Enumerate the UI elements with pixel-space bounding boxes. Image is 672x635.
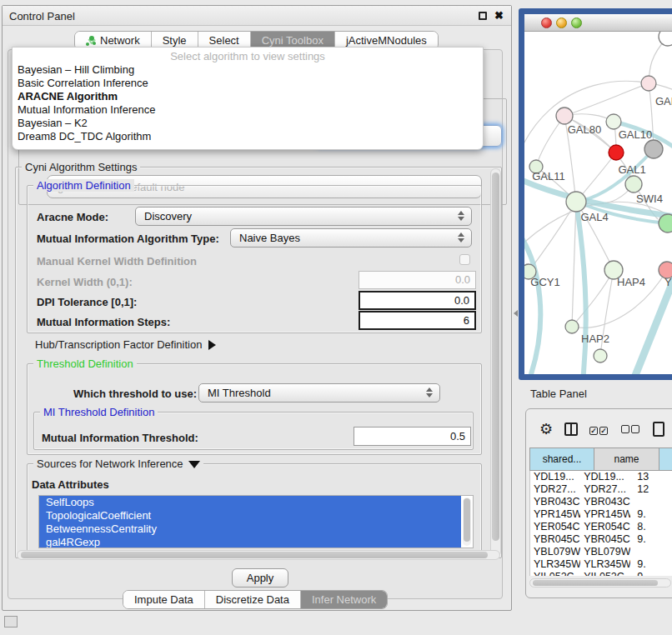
manual-kernel-width-label: Manual Kernel Width Definition: [37, 255, 197, 268]
network-node[interactable]: [659, 32, 672, 46]
hub-definition-label: Hub/Transcription Factor Definition: [35, 338, 202, 351]
minimized-panel-icon[interactable]: [4, 616, 18, 628]
network-node[interactable]: [594, 349, 607, 362]
column-header-name[interactable]: name: [594, 448, 659, 471]
network-node-gal4[interactable]: [566, 192, 586, 212]
list-item[interactable]: TopologicalCoefficient: [39, 509, 461, 522]
network-edge: [524, 232, 540, 374]
network-node[interactable]: [644, 140, 663, 158]
table-cell: YIL052C: [580, 571, 630, 576]
data-attributes-label: Data Attributes: [32, 478, 109, 491]
mi-steps-label: Mutual Information Steps:: [37, 316, 170, 328]
network-node-label: GAL80: [568, 123, 601, 136]
kernel-width-field[interactable]: 0.0: [359, 271, 476, 289]
table-horizontal-scrollbar[interactable]: [529, 578, 671, 588]
aracne-mode-combobox[interactable]: Discovery: [135, 207, 472, 226]
export-table-icon[interactable]: [653, 422, 664, 437]
combo-arrows-icon: [458, 232, 464, 242]
network-node-hap2[interactable]: [565, 320, 579, 333]
mac-minimize-icon[interactable]: [556, 18, 567, 28]
table-row[interactable]: YLR345WYLR345W9.: [530, 558, 672, 571]
dropdown-item[interactable]: Mutual Information Inference: [13, 103, 483, 117]
list-item[interactable]: gal4RGexp: [39, 536, 461, 548]
bottom-tab-discretize-data[interactable]: Discretize Data: [205, 591, 301, 608]
dropdown-item[interactable]: Bayesian – Hill Climbing: [13, 63, 483, 77]
table-cell: YPR145W: [580, 508, 630, 521]
column-header-shared[interactable]: shared...: [529, 448, 594, 471]
column-header-a[interactable]: A: [659, 448, 672, 471]
hub-definition-toggle[interactable]: Hub/Transcription Factor Definition: [35, 338, 216, 351]
dropdown-item[interactable]: ARACNE Algorithm: [13, 90, 483, 103]
table-row[interactable]: YBL079WYBL079W: [530, 546, 672, 558]
tab-label: Select: [209, 34, 239, 47]
network-node-gal1[interactable]: [625, 176, 642, 192]
combo-arrows-icon: [458, 211, 464, 221]
table-cell: YLR345W: [530, 558, 580, 571]
control-panel-bottom-tabs: Impute DataDiscretize DataInfer Network: [123, 590, 388, 609]
which-threshold-combobox[interactable]: MI Threshold: [198, 383, 440, 402]
network-node-gal10[interactable]: [606, 114, 621, 129]
dpi-tolerance-field[interactable]: 0.0: [359, 291, 476, 310]
bottom-tab-infer-network[interactable]: Infer Network: [301, 591, 387, 608]
settings-vertical-scrollbar[interactable]: [490, 168, 501, 557]
table-row[interactable]: YIL052CYIL052C9.: [530, 571, 672, 576]
mi-threshold-label: Mutual Information Threshold:: [42, 432, 198, 444]
data-attributes-listbox[interactable]: SelfLoopsTopologicalCoefficientBetweenne…: [38, 495, 474, 548]
mac-zoom-icon[interactable]: [571, 18, 582, 28]
table-header-row: shared...nameA: [529, 448, 672, 471]
network-node-gal[interactable]: [641, 76, 656, 91]
table-row[interactable]: YBR045CYBR045C9.: [530, 533, 672, 546]
sources-title-toggle[interactable]: Sources for Network Inference: [33, 458, 203, 470]
split-pane-arrow-icon[interactable]: [514, 310, 518, 317]
mi-algorithm-type-combobox[interactable]: Naive Bayes: [230, 228, 472, 248]
network-window-titlebar[interactable]: [524, 14, 672, 32]
network-canvas[interactable]: GALGAL80GAL10GAL1SWI4GAL11GAL4GCY1HAP4YH…: [524, 32, 672, 374]
algorithm-dropdown-popup: Select algorithm to view settings Bayesi…: [12, 47, 484, 150]
table-cell: 9.: [630, 571, 672, 576]
expanded-arrow-icon: [188, 461, 200, 468]
table-cell: 13: [630, 471, 672, 483]
aracne-mode-value: Discovery: [144, 210, 192, 222]
table-cell: YBL079W: [530, 546, 580, 558]
mac-close-icon[interactable]: [541, 18, 552, 28]
sources-title-label: Sources for Network Inference: [37, 458, 183, 470]
table-row[interactable]: YDL19...YDL19...13: [530, 471, 672, 483]
list-item[interactable]: SelfLoops: [39, 496, 461, 509]
bottom-tab-impute-data[interactable]: Impute Data: [123, 591, 205, 608]
dropdown-item[interactable]: Basic Correlation Inference: [13, 77, 483, 90]
network-node-label: GAL11: [532, 170, 565, 182]
table-toolbar: ⚙ ✓✓: [531, 416, 672, 442]
table-panel-title: Table Panel: [530, 388, 587, 400]
combo-arrows-icon: [426, 388, 433, 398]
settings-horizontal-scrollbar[interactable]: [17, 550, 500, 560]
deselect-all-icon[interactable]: [621, 422, 641, 437]
network-node[interactable]: [609, 145, 624, 160]
table-row[interactable]: YPR145WYPR145W9.: [530, 508, 672, 521]
table-row[interactable]: YER054CYER054C8.: [530, 521, 672, 533]
apply-button[interactable]: Apply: [232, 568, 288, 588]
list-vertical-scrollbar[interactable]: [463, 498, 471, 546]
mi-threshold-field[interactable]: 0.5: [354, 427, 471, 446]
columns-icon[interactable]: [564, 422, 578, 436]
mi-steps-field[interactable]: 6: [359, 311, 476, 330]
float-window-icon[interactable]: [479, 12, 487, 20]
dropdown-item[interactable]: Bayesian – K2: [13, 117, 483, 130]
list-item[interactable]: BetweennessCentrality: [39, 522, 461, 536]
table-row[interactable]: YBR043CYBR043C: [530, 496, 672, 508]
which-threshold-value: MI Threshold: [208, 387, 271, 399]
table-cell: 8.: [630, 521, 672, 533]
select-all-icon[interactable]: ✓✓: [589, 422, 609, 437]
manual-kernel-width-checkbox[interactable]: [459, 254, 470, 265]
network-node-label: SWI4: [636, 192, 663, 205]
tab-label: jActiveMNodules: [346, 34, 427, 47]
tab-label: Cyni Toolbox: [262, 34, 323, 47]
close-icon[interactable]: ✖: [494, 9, 504, 22]
network-edge: [572, 202, 576, 327]
network-node-swi4[interactable]: [659, 214, 672, 232]
gear-icon[interactable]: ⚙: [539, 422, 553, 437]
table-row[interactable]: YDR27...YDR27...12: [530, 483, 672, 496]
network-node-gal80[interactable]: [556, 108, 573, 124]
network-view-window: GALGAL80GAL10GAL1SWI4GAL11GAL4GCY1HAP4YH…: [519, 8, 672, 380]
network-node-label: GAL10: [619, 128, 652, 141]
dropdown-item[interactable]: Dream8 DC_TDC Algorithm: [13, 130, 483, 143]
